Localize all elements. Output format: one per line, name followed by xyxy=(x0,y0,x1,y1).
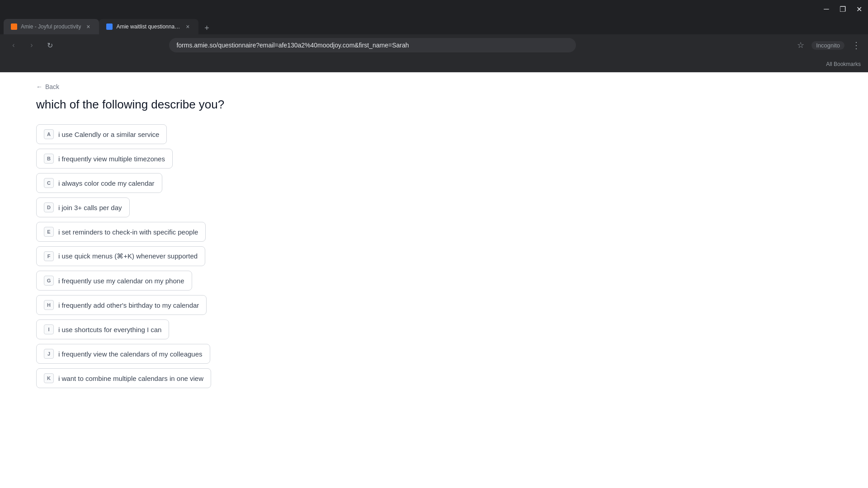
options-list: Ai use Calendly or a similar serviceBi f… xyxy=(36,124,371,388)
address-text: forms.amie.so/questionnaire?email=afe130… xyxy=(176,42,409,49)
tabs-bar: Amie - Joyful productivity × Amie waitli… xyxy=(0,18,868,34)
address-bar-row: ‹ › ↻ forms.amie.so/questionnaire?email=… xyxy=(0,34,868,56)
maximize-button[interactable]: ❐ xyxy=(837,4,848,14)
key-badge-b: B xyxy=(44,154,54,164)
tab-favicon-1 xyxy=(11,23,17,30)
option-button-h[interactable]: Hi frequently add other's birthday to my… xyxy=(36,295,207,315)
back-link[interactable]: ← Back xyxy=(0,83,868,98)
option-button-a[interactable]: Ai use Calendly or a similar service xyxy=(36,124,167,144)
bookmark-bar-label: All Bookmarks xyxy=(826,61,861,67)
refresh-nav-button[interactable]: ↻ xyxy=(43,39,56,52)
option-text-h: i frequently add other's birthday to my … xyxy=(58,301,199,309)
option-text-d: i join 3+ calls per day xyxy=(58,204,122,211)
key-badge-e: E xyxy=(44,227,54,237)
option-text-g: i frequently use my calendar on my phone xyxy=(58,277,184,285)
option-text-f: i use quick menus (⌘+K) whenever support… xyxy=(58,252,198,260)
option-button-d[interactable]: Di join 3+ calls per day xyxy=(36,197,130,217)
option-text-a: i use Calendly or a similar service xyxy=(58,131,159,138)
question-title: which of the following describe you? xyxy=(36,98,371,112)
option-button-j[interactable]: Ji frequently view the calendars of my c… xyxy=(36,344,210,364)
key-badge-g: G xyxy=(44,276,54,286)
option-button-g[interactable]: Gi frequently use my calendar on my phon… xyxy=(36,271,192,291)
option-text-j: i frequently view the calendars of my co… xyxy=(58,350,203,358)
close-button[interactable]: ✕ xyxy=(854,4,864,14)
address-bar[interactable]: forms.amie.so/questionnaire?email=afe130… xyxy=(169,38,576,52)
title-bar: ─ ❐ ✕ xyxy=(0,0,868,18)
new-tab-button[interactable]: + xyxy=(200,22,213,34)
option-button-c[interactable]: Ci always color code my calendar xyxy=(36,173,162,193)
option-button-b[interactable]: Bi frequently view multiple timezones xyxy=(36,149,173,169)
option-button-e[interactable]: Ei set reminders to check-in with specif… xyxy=(36,222,206,242)
bookmark-star-icon[interactable]: ☆ xyxy=(797,40,804,50)
back-nav-button[interactable]: ‹ xyxy=(7,39,20,52)
option-text-i: i use shortcuts for everything I can xyxy=(58,326,161,333)
key-badge-j: J xyxy=(44,349,54,359)
back-link-label: Back xyxy=(45,83,59,90)
option-button-k[interactable]: Ki want to combine multiple calendars in… xyxy=(36,368,211,388)
tab-label-2: Amie waitlist questionnaire xyxy=(116,23,180,30)
tab-amie-productivity[interactable]: Amie - Joyful productivity × xyxy=(4,19,99,34)
back-arrow-icon: ← xyxy=(36,83,42,90)
option-button-f[interactable]: Fi use quick menus (⌘+K) whenever suppor… xyxy=(36,246,205,266)
key-badge-a: A xyxy=(44,129,54,139)
bookmark-bar: All Bookmarks xyxy=(0,56,868,72)
address-right-controls: ☆ Incognito ⋮ xyxy=(797,40,861,51)
key-badge-h: H xyxy=(44,300,54,310)
key-badge-f: F xyxy=(44,251,54,261)
form-container: which of the following describe you? Ai … xyxy=(0,98,407,388)
menu-icon[interactable]: ⋮ xyxy=(852,40,861,51)
key-badge-c: C xyxy=(44,178,54,188)
option-text-e: i set reminders to check-in with specifi… xyxy=(58,228,198,236)
tab-amie-questionnaire[interactable]: Amie waitlist questionnaire × xyxy=(99,19,198,34)
option-text-b: i frequently view multiple timezones xyxy=(58,155,165,163)
tab-label-1: Amie - Joyful productivity xyxy=(21,23,81,30)
key-badge-k: K xyxy=(44,373,54,383)
window-controls: ─ ❐ ✕ xyxy=(821,4,864,14)
tab-favicon-2 xyxy=(106,23,113,30)
incognito-label: Incognito xyxy=(811,41,844,50)
option-button-i[interactable]: Ii use shortcuts for everything I can xyxy=(36,319,169,339)
minimize-button[interactable]: ─ xyxy=(821,4,832,14)
option-text-c: i always color code my calendar xyxy=(58,179,155,187)
option-text-k: i want to combine multiple calendars in … xyxy=(58,375,203,382)
key-badge-i: I xyxy=(44,324,54,334)
forward-nav-button[interactable]: › xyxy=(25,39,38,52)
browser-chrome: ─ ❐ ✕ Amie - Joyful productivity × Amie … xyxy=(0,0,868,72)
key-badge-d: D xyxy=(44,202,54,212)
tab-close-1[interactable]: × xyxy=(85,23,92,30)
page-content: ← Back which of the following describe y… xyxy=(0,72,868,488)
tab-close-2[interactable]: × xyxy=(184,23,191,30)
